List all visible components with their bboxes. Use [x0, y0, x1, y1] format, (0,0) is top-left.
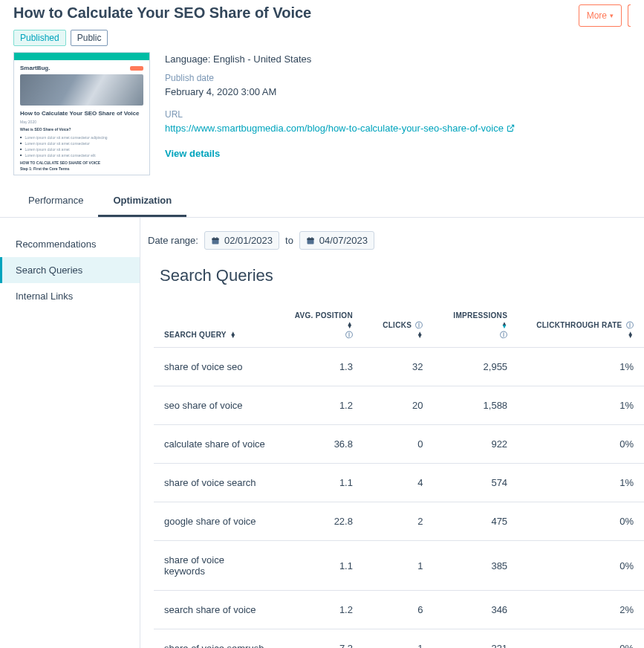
table-row: seo share of voice1.2201,5881%: [154, 386, 644, 425]
cell-impressions: 1,588: [434, 386, 518, 425]
cell-avg: 1.1: [276, 541, 363, 591]
cell-impressions: 346: [434, 591, 518, 629]
cell-ctr: 0%: [518, 629, 644, 649]
caret-down-icon: ▾: [610, 12, 614, 19]
table-row: calculate share of voice36.809220%: [154, 425, 644, 464]
col-label: CLICKS: [383, 321, 412, 329]
date-range-label: Date range:: [148, 235, 198, 246]
info-icon[interactable]: ⓘ: [345, 331, 353, 339]
sidebar-item-search-queries[interactable]: Search Queries: [0, 257, 140, 283]
more-button[interactable]: More ▾: [579, 4, 622, 27]
cell-ctr: 1%: [518, 386, 644, 425]
external-link-icon: [507, 124, 515, 132]
truncated-button[interactable]: [628, 4, 631, 27]
date-from-value: 02/01/2023: [224, 235, 273, 246]
view-details-link[interactable]: View details: [165, 146, 515, 161]
more-label: More: [587, 10, 607, 21]
cell-avg: 1.1: [276, 464, 363, 502]
cell-query: seo share of voice: [154, 386, 276, 425]
col-label: SEARCH QUERY: [164, 331, 227, 339]
date-to-value: 04/07/2023: [319, 235, 368, 246]
table-row: share of voice semrush7.313310%: [154, 629, 644, 649]
cell-avg: 7.3: [276, 629, 363, 649]
cell-clicks: 6: [363, 591, 434, 629]
cell-avg: 22.8: [276, 502, 363, 541]
cell-clicks: 0: [363, 425, 434, 464]
cell-clicks: 1: [363, 629, 434, 649]
date-from-input[interactable]: 02/01/2023: [204, 231, 279, 250]
cell-query: share of voice search: [154, 464, 276, 502]
cell-query: calculate share of voice: [154, 425, 276, 464]
cell-avg: 1.2: [276, 591, 363, 629]
status-badge-public: Public: [71, 30, 108, 46]
publish-date-label: Publish date: [165, 71, 515, 85]
cell-query: search share of voice: [154, 591, 276, 629]
cell-clicks: 20: [363, 386, 434, 425]
col-label: AVG. POSITION: [295, 311, 353, 320]
svg-line-0: [510, 126, 514, 129]
date-to-label: to: [285, 235, 293, 246]
col-impressions[interactable]: IMPRESSIONS ▲▼ ⓘ: [434, 303, 518, 348]
sort-icon: ▲▼: [347, 323, 353, 328]
col-search-query[interactable]: SEARCH QUERY ▲▼: [154, 303, 276, 348]
cell-clicks: 4: [363, 464, 434, 502]
cell-clicks: 32: [363, 348, 434, 386]
cell-ctr: 2%: [518, 591, 644, 629]
info-icon[interactable]: ⓘ: [500, 331, 507, 339]
cell-avg: 36.8: [276, 425, 363, 464]
cell-clicks: 2: [363, 502, 434, 541]
cell-impressions: 331: [434, 629, 518, 649]
col-ctr[interactable]: CLICKTHROUGH RATE ⓘ ▲▼: [518, 303, 644, 348]
url-label: URL: [165, 108, 515, 121]
tab-performance[interactable]: Performance: [13, 186, 98, 217]
status-badge-published: Published: [13, 30, 66, 46]
col-clicks[interactable]: CLICKS ⓘ ▲▼: [363, 303, 434, 348]
language-value: Language: English - United States: [165, 52, 515, 67]
cell-query: share of voice keywords: [154, 541, 276, 591]
svg-rect-2: [212, 238, 218, 240]
cell-ctr: 0%: [518, 541, 644, 591]
table-row: share of voice seo1.3322,9551%: [154, 348, 644, 386]
table-row: search share of voice1.263462%: [154, 591, 644, 629]
cell-avg: 1.2: [276, 386, 363, 425]
cell-impressions: 385: [434, 541, 518, 591]
info-icon[interactable]: ⓘ: [626, 321, 634, 329]
cell-query: share of voice semrush: [154, 629, 276, 649]
page-title: How to Calculate Your SEO Share of Voice: [13, 4, 311, 22]
thumb-heading: How to Calculate Your SEO Share of Voice: [20, 110, 143, 117]
col-label: IMPRESSIONS: [453, 311, 507, 320]
info-icon[interactable]: ⓘ: [415, 321, 423, 329]
cell-ctr: 0%: [518, 502, 644, 541]
cell-impressions: 922: [434, 425, 518, 464]
col-label: CLICKTHROUGH RATE: [536, 321, 622, 329]
cell-avg: 1.3: [276, 348, 363, 386]
panel-title: Search Queries: [160, 266, 644, 285]
cell-ctr: 1%: [518, 348, 644, 386]
sort-icon: ▲▼: [417, 332, 423, 338]
cell-ctr: 1%: [518, 464, 644, 502]
calendar-icon: [211, 236, 220, 245]
tab-optimization[interactable]: Optimization: [98, 186, 186, 217]
date-to-input[interactable]: 04/07/2023: [299, 231, 374, 250]
publish-date-value: February 4, 2020 3:00 AM: [165, 85, 515, 100]
thumb-brand: SmartBug.: [20, 65, 50, 71]
cell-ctr: 0%: [518, 425, 644, 464]
url-text: https://www.smartbugmedia.com/blog/how-t…: [165, 121, 504, 136]
sidebar-item-internal-links[interactable]: Internal Links: [0, 283, 140, 309]
sort-icon: ▲▼: [501, 323, 507, 328]
page-url-link[interactable]: https://www.smartbugmedia.com/blog/how-t…: [165, 121, 515, 136]
sort-icon: ▲▼: [628, 332, 634, 338]
cell-impressions: 475: [434, 502, 518, 541]
sidebar-item-recommendations[interactable]: Recommendations: [0, 231, 140, 257]
cell-query: share of voice seo: [154, 348, 276, 386]
table-row: google share of voice22.824750%: [154, 502, 644, 541]
table-row: share of voice search1.145741%: [154, 464, 644, 502]
cell-clicks: 1: [363, 541, 434, 591]
search-queries-table: SEARCH QUERY ▲▼ AVG. POSITION ▲▼ ⓘ CLICK…: [154, 303, 644, 648]
cell-impressions: 574: [434, 464, 518, 502]
col-avg-position[interactable]: AVG. POSITION ▲▼ ⓘ: [276, 303, 363, 348]
calendar-icon: [306, 236, 315, 245]
sort-icon: ▲▼: [230, 332, 236, 338]
cell-impressions: 2,955: [434, 348, 518, 386]
svg-rect-6: [307, 238, 313, 240]
